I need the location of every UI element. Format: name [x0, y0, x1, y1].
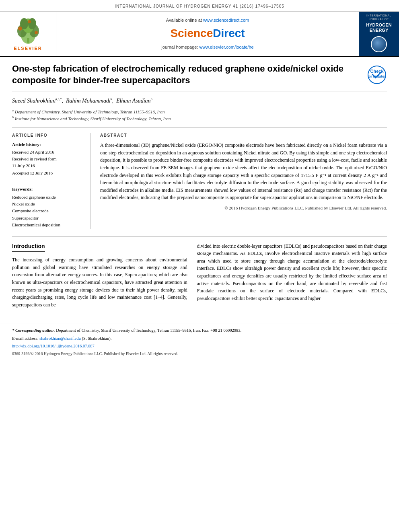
email-link[interactable]: shahrokhian@sharif.edu — [39, 336, 81, 341]
he-journal-text: International Journal of — [360, 14, 397, 21]
journal-header-bar: INTERNATIONAL JOURNAL OF HYDROGEN ENERGY… — [0, 0, 399, 12]
available-online-text: Available online at www.sciencedirect.co… — [166, 17, 249, 23]
history-label: Article history: — [12, 142, 84, 148]
journal-homepage-link[interactable]: www.elsevier.com/locate/he — [200, 45, 254, 49]
keyword-2: Nickel oxide — [12, 201, 84, 207]
svg-point-8 — [35, 31, 38, 34]
article-info-abstract-section: ARTICLE INFO Article history: Received 2… — [12, 127, 387, 229]
introduction-left-text: The increasing of energy consumption and… — [12, 256, 187, 308]
svg-point-6 — [28, 18, 36, 29]
author-1-sup: a,b,* — [56, 98, 62, 101]
email-label: E-mail address: — [12, 336, 39, 341]
introduction-title: Introduction — [12, 242, 45, 253]
keywords-label: Keywords: — [12, 186, 84, 192]
footer-email-line: E-mail address: shahrokhian@sharif.edu (… — [12, 335, 387, 342]
introduction-right-text: divided into electric double-layer capac… — [197, 242, 387, 302]
author-2-name: Rahim Mohammadi — [66, 98, 111, 104]
affiliations-section: a Department of Chemistry, Sharif Univer… — [12, 108, 387, 122]
author-3-name: Elham Asadian — [116, 98, 151, 104]
keyword-5: Electrochemical deposition — [12, 222, 84, 228]
author-3-sup: b — [151, 98, 152, 101]
corresponding-author-info: * Corresponding author. Department of Ch… — [12, 327, 387, 334]
center-banner: Available online at www.sciencedirect.co… — [56, 12, 359, 56]
svg-point-7 — [18, 27, 22, 31]
keyword-4: Supercapacitor — [12, 215, 84, 221]
affiliation-2: b Institute for Nanoscience and Technolo… — [12, 115, 387, 122]
author-2-sup: a — [111, 98, 112, 101]
article-info-column: ARTICLE INFO Article history: Received 2… — [12, 133, 90, 229]
history-accepted: Accepted 12 July 2016 — [12, 170, 84, 176]
abstract-label: ABSTRACT — [100, 133, 387, 138]
article-history: Article history: Received 24 April 2016 … — [12, 142, 84, 176]
email-suffix: (S. Shahrokhian). — [82, 336, 112, 341]
abstract-section: A three-dimensional (3D) graphene/Nickel… — [100, 142, 387, 212]
abstract-copyright: © 2016 Hydrogen Energy Publications LLC.… — [100, 205, 387, 212]
sciencedirect-title: ScienceDirect — [170, 25, 245, 41]
corresponding-label: * Corresponding author. — [12, 328, 55, 333]
hydrogen-energy-logo: International Journal of HYDROGEN ENERGY — [359, 12, 399, 56]
article-title: One-step fabrication of electrochemicall… — [12, 63, 360, 86]
elsevier-logo-area: ELSEVIER — [0, 12, 56, 56]
corresponding-text: Department of Chemistry, Sharif Universi… — [56, 328, 241, 333]
left-divider — [12, 182, 84, 182]
page-footer: * Corresponding author. Department of Ch… — [0, 323, 399, 359]
sciencedirect-url-link[interactable]: www.sciencedirect.com — [203, 18, 249, 23]
abstract-text: A three-dimensional (3D) graphene/Nickel… — [100, 142, 387, 201]
crossmark-icon: Check for updates — [367, 65, 387, 85]
journal-header-text: INTERNATIONAL JOURNAL OF HYDROGEN ENERGY… — [115, 4, 284, 8]
keywords-section: Keywords: Reduced graphene oxide Nickel … — [12, 186, 84, 228]
doi-link[interactable]: http://dx.doi.org/10.1016/j.ijhydene.201… — [12, 343, 387, 349]
elsevier-brand-label: ELSEVIER — [14, 45, 42, 51]
he-circle-decoration — [371, 36, 387, 52]
keyword-1: Reduced graphene oxide — [12, 194, 84, 200]
history-received: Received 24 April 2016 — [12, 149, 84, 155]
svg-text:Check: Check — [370, 69, 384, 74]
publisher-banner: ELSEVIER Available online at www.science… — [0, 12, 399, 57]
article-content: One-step fabrication of electrochemicall… — [0, 57, 399, 316]
affiliation-1: a Department of Chemistry, Sharif Univer… — [12, 108, 387, 115]
introduction-section: Introduction The increasing of energy co… — [12, 242, 387, 309]
article-info-label: ARTICLE INFO — [12, 133, 84, 138]
introduction-left-col: Introduction The increasing of energy co… — [12, 242, 187, 309]
history-revised-label: Received in revised form — [12, 156, 84, 162]
journal-homepage-text: journal homepage: www.elsevier.com/locat… — [161, 44, 253, 50]
abstract-column: ABSTRACT A three-dimensional (3D) graphe… — [100, 133, 387, 229]
keyword-3: Composite electrode — [12, 208, 84, 214]
section-divider — [12, 236, 387, 237]
article-title-section: One-step fabrication of electrochemicall… — [12, 63, 387, 92]
footer-issn: 0360-3199/© 2016 Hydrogen Energy Publica… — [12, 351, 387, 357]
author-1-name: Saeed Shahrokhian — [12, 98, 56, 104]
he-title: HYDROGEN ENERGY — [360, 23, 397, 33]
svg-point-9 — [28, 20, 31, 23]
authors-section: Saeed Shahrokhiana,b,*, Rahim Mohammadia… — [12, 97, 387, 105]
history-revised-date: 11 July 2016 — [12, 163, 84, 169]
elsevier-tree-icon — [10, 16, 46, 44]
introduction-right-col: divided into electric double-layer capac… — [197, 242, 387, 309]
